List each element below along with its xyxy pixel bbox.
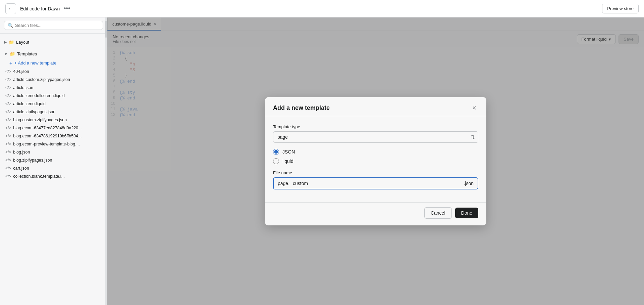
list-item[interactable]: </> blog.custom.zipifypages.json bbox=[0, 116, 107, 124]
search-input-wrap[interactable]: 🔍 bbox=[4, 21, 103, 30]
templates-label: Templates bbox=[17, 51, 37, 56]
file-name: article.zeno.liquid bbox=[13, 101, 46, 106]
list-item[interactable]: </> blog.zipifypages.json bbox=[0, 156, 107, 164]
file-name: article.zipifypages.json bbox=[13, 110, 55, 114]
scrollbar-track bbox=[105, 17, 107, 305]
list-item[interactable]: </> article.zeno.fullscreen.liquid bbox=[0, 92, 107, 100]
sidebar-item-layout[interactable]: ▶ 📁 Layout bbox=[0, 38, 107, 47]
chevron-right-icon: ▶ bbox=[4, 40, 7, 44]
scrollbar-thumb[interactable] bbox=[105, 21, 107, 38]
template-type-label: Template type bbox=[273, 124, 478, 129]
file-name: blog.ecom-preview-template-blog.... bbox=[13, 142, 80, 146]
list-item[interactable]: </> blog.ecom-634786192919b6ffb504... bbox=[0, 132, 107, 140]
liquid-radio-item[interactable]: liquid bbox=[273, 158, 478, 164]
list-item[interactable]: </> article.zeno.liquid bbox=[0, 100, 107, 108]
template-type-group: Template type page article blog cart col… bbox=[273, 124, 478, 143]
dialog-header: Add a new template × bbox=[265, 97, 486, 116]
sidebar-item-templates[interactable]: ▼ 📁 Templates bbox=[0, 49, 107, 58]
templates-folder-icon: 📁 bbox=[10, 51, 15, 56]
file-name: blog.ecom-634786192919b6ffb504... bbox=[13, 134, 82, 138]
dialog-close-button[interactable]: × bbox=[470, 104, 478, 112]
dialog-footer: Cancel Done bbox=[265, 202, 486, 225]
file-icon: </> bbox=[5, 85, 11, 90]
main-layout: 🔍 ▶ 📁 Layout ▼ 📁 Templates bbox=[0, 17, 644, 305]
add-template-dialog: Add a new template × Template type page … bbox=[265, 97, 486, 225]
sidebar: 🔍 ▶ 📁 Layout ▼ 📁 Templates bbox=[0, 17, 107, 305]
add-template-button[interactable]: + + Add a new template bbox=[0, 58, 107, 68]
file-icon: </> bbox=[5, 93, 11, 98]
search-input[interactable] bbox=[15, 23, 99, 28]
list-item[interactable]: </> cart.json bbox=[0, 164, 107, 172]
back-button[interactable]: ← bbox=[5, 3, 16, 14]
file-icon: </> bbox=[5, 101, 11, 106]
file-icon: </> bbox=[5, 77, 11, 82]
top-bar-left: ← Edit code for Dawn ••• bbox=[5, 3, 70, 14]
file-icon: </> bbox=[5, 126, 11, 130]
page-title: Edit code for Dawn bbox=[20, 6, 60, 11]
sidebar-scroll: ▶ 📁 Layout ▼ 📁 Templates + + Add a new t… bbox=[0, 34, 107, 305]
template-type-select[interactable]: page article blog cart collection custom… bbox=[273, 131, 478, 143]
template-type-select-wrap: page article blog cart collection custom… bbox=[273, 131, 478, 143]
file-icon: </> bbox=[5, 158, 11, 163]
list-item[interactable]: </> article.zipifypages.json bbox=[0, 108, 107, 116]
json-radio-item[interactable]: JSON bbox=[273, 149, 478, 155]
format-radio-group: JSON liquid bbox=[273, 149, 478, 164]
file-name: cart.json bbox=[13, 166, 29, 171]
file-name-group: File name page. .json bbox=[273, 170, 478, 189]
file-icon: </> bbox=[5, 134, 11, 138]
layout-label: Layout bbox=[16, 40, 29, 45]
file-name: blog.ecom-63477ed827848d0a220... bbox=[13, 126, 82, 130]
liquid-radio-label: liquid bbox=[282, 159, 293, 164]
more-options-icon[interactable]: ••• bbox=[64, 5, 70, 12]
preview-store-button[interactable]: Preview store bbox=[602, 4, 639, 13]
modal-overlay: Add a new template × Template type page … bbox=[107, 17, 644, 305]
cancel-button[interactable]: Cancel bbox=[424, 207, 452, 219]
file-name-input-wrap: page. .json bbox=[273, 177, 478, 189]
file-name: article.custom.zipifypages.json bbox=[13, 77, 70, 82]
list-item[interactable]: </> article.json bbox=[0, 84, 107, 92]
file-name-suffix: .json bbox=[462, 178, 478, 189]
file-name: blog.json bbox=[13, 150, 30, 155]
list-item[interactable]: </> 404.json bbox=[0, 68, 107, 76]
file-icon: </> bbox=[5, 69, 11, 74]
list-item[interactable]: </> article.custom.zipifypages.json bbox=[0, 76, 107, 84]
list-item[interactable]: </> blog.json bbox=[0, 148, 107, 156]
dialog-title: Add a new template bbox=[273, 104, 330, 112]
file-icon: </> bbox=[5, 118, 11, 122]
file-name: collection.blank.template.i... bbox=[13, 174, 65, 179]
list-item[interactable]: </> collection.blank.template.i... bbox=[0, 172, 107, 180]
file-name: article.json bbox=[13, 85, 33, 90]
list-item[interactable]: </> blog.ecom-63477ed827848d0a220... bbox=[0, 124, 107, 132]
file-icon: </> bbox=[5, 174, 11, 179]
plus-icon: + bbox=[9, 60, 12, 66]
json-radio-input[interactable] bbox=[273, 149, 279, 155]
file-name: article.zeno.fullscreen.liquid bbox=[13, 93, 65, 98]
file-name: blog.zipifypages.json bbox=[13, 158, 52, 163]
dialog-body: Template type page article blog cart col… bbox=[265, 116, 486, 202]
file-name-label: File name bbox=[273, 170, 478, 175]
chevron-down-icon: ▼ bbox=[4, 52, 8, 56]
json-radio-label: JSON bbox=[282, 149, 295, 155]
file-icon: </> bbox=[5, 142, 11, 146]
file-icon: </> bbox=[5, 110, 11, 114]
file-icon: </> bbox=[5, 166, 11, 171]
top-bar: ← Edit code for Dawn ••• Preview store bbox=[0, 0, 644, 17]
content-area: custome-page.liquid ✕ No recent changes … bbox=[107, 17, 644, 305]
templates-section: ▼ 📁 Templates + + Add a new template </>… bbox=[0, 48, 107, 182]
file-name: 404.json bbox=[13, 69, 29, 74]
file-name-prefix: page. bbox=[274, 178, 291, 189]
file-icon: </> bbox=[5, 150, 11, 155]
sidebar-search: 🔍 bbox=[0, 17, 107, 34]
add-template-label: + Add a new template bbox=[14, 60, 56, 66]
done-button[interactable]: Done bbox=[455, 208, 478, 218]
layout-section: ▶ 📁 Layout bbox=[0, 36, 107, 48]
list-item[interactable]: </> blog.ecom-preview-template-blog.... bbox=[0, 140, 107, 148]
file-name-input[interactable] bbox=[291, 178, 462, 189]
search-icon: 🔍 bbox=[8, 23, 13, 28]
file-name: blog.custom.zipifypages.json bbox=[13, 118, 67, 122]
liquid-radio-input[interactable] bbox=[273, 158, 279, 164]
folder-icon: 📁 bbox=[9, 40, 14, 45]
